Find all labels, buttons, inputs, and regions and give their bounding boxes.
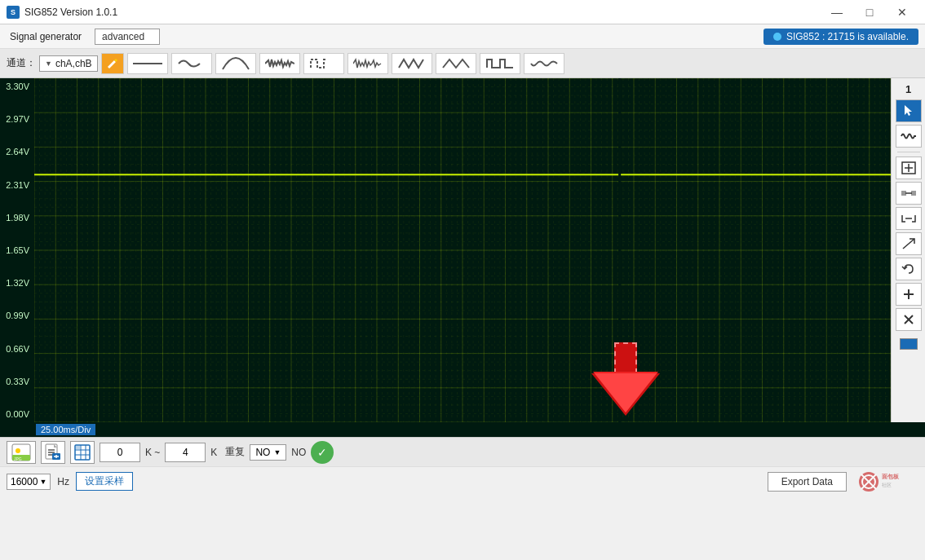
y-label-6: 1.32V — [2, 278, 33, 288]
svg-text:JPG: JPG — [14, 456, 22, 461]
y-label-3: 2.31V — [2, 180, 33, 190]
pen-button[interactable] — [101, 53, 124, 74]
wave-btn-square-dash[interactable] — [303, 53, 344, 74]
time-scale-label: 25.00ms/Div — [36, 424, 95, 435]
status-bar: 16000 ▼ Hz 设置采样 Export Data 面包板 社区 — [0, 466, 925, 496]
right-toolbar: 1 — [891, 78, 925, 422]
confirm-button[interactable]: ✓ — [311, 441, 334, 464]
k2-input[interactable] — [165, 443, 206, 462]
k1-input[interactable] — [100, 443, 140, 462]
y-label-2: 2.64V — [2, 147, 33, 157]
repeat-arrow: ▼ — [273, 448, 281, 456]
zoom-h-btn[interactable] — [896, 207, 922, 230]
wave-btn-multi[interactable] — [392, 53, 432, 74]
arrow-head — [591, 373, 660, 416]
bottom-toolbar: JPG K ~ K 重复 NO ▼ NO — [0, 437, 925, 466]
y-label-7: 0.99V — [2, 311, 33, 320]
zoom-in-btn[interactable] — [896, 182, 922, 205]
hz-label: Hz — [57, 476, 69, 487]
svg-line-2 — [903, 239, 914, 249]
frequency-select[interactable]: 16000 ▼ — [7, 474, 51, 490]
k2-unit-label: K — [210, 447, 217, 458]
wave-btn-triangle[interactable] — [436, 53, 476, 74]
arrow-annotation — [593, 342, 658, 416]
y-label-4: 1.98V — [2, 213, 33, 223]
wave-btn-pulse[interactable] — [480, 53, 520, 74]
wave-btn-arb[interactable] — [524, 53, 564, 74]
svg-point-10 — [15, 448, 20, 453]
title-bar: S SIG852 Version 1.0.1 — □ ✕ — [0, 0, 925, 24]
app-icon: S — [7, 6, 20, 19]
diagonal-btn[interactable] — [896, 232, 922, 255]
channel-dropdown-arrow: ▼ — [45, 60, 52, 68]
menu-bar: Signal generator advanced SIG852 : 21715… — [0, 24, 925, 49]
wave-btn-decay[interactable] — [171, 53, 212, 74]
device-status-dot — [773, 33, 781, 41]
y-label-5: 1.65V — [2, 245, 33, 255]
signal-generator-menu[interactable]: Signal generator — [7, 29, 85, 44]
freq-dropdown-arrow: ▼ — [39, 478, 46, 486]
advanced-input[interactable]: advanced — [95, 29, 160, 45]
maximize-button[interactable]: □ — [853, 0, 886, 24]
minimize-button[interactable]: — — [821, 0, 853, 24]
y-label-9: 0.33V — [2, 377, 33, 386]
y-label-10: 0.00V — [2, 409, 33, 419]
channel-color-indicator — [900, 338, 918, 350]
y-axis: 3.30V 2.97V 2.64V 2.31V 1.98V 1.65V 1.32… — [0, 78, 34, 422]
freq-value: 16000 — [11, 476, 38, 487]
channel-value: chA,chB — [55, 58, 92, 69]
main-area: 3.30V 2.97V 2.64V 2.31V 1.98V 1.65V 1.32… — [0, 78, 925, 437]
watermark: 面包板 社区 — [853, 470, 918, 494]
divider1 — [897, 152, 920, 152]
svg-text:面包板: 面包板 — [882, 474, 900, 479]
time-axis: 25.00ms/Div — [0, 422, 925, 437]
y-label-1: 2.97V — [2, 114, 33, 124]
doc-export-button[interactable] — [41, 441, 65, 464]
set-sample-button[interactable]: 设置采样 — [76, 472, 133, 491]
repeat-value: NO — [255, 447, 270, 458]
y-label-0: 3.30V — [2, 82, 33, 91]
svg-text:社区: 社区 — [882, 483, 892, 487]
plus-btn[interactable] — [896, 283, 922, 306]
export-data-button[interactable]: Export Data — [768, 472, 847, 492]
window-controls: — □ ✕ — [821, 0, 918, 24]
repeat-select[interactable]: NO ▼ — [250, 444, 286, 461]
jpg-export-button[interactable]: JPG — [7, 441, 36, 464]
wave-btn-noise[interactable] — [259, 53, 300, 74]
cursor-btn[interactable] — [896, 99, 922, 122]
arrow-body — [614, 342, 637, 373]
wave-btn-gauss[interactable] — [215, 53, 256, 74]
x-btn[interactable] — [896, 308, 922, 331]
app-title: SIG852 Version 1.0.1 — [24, 7, 117, 18]
waveform-btn[interactable] — [896, 125, 922, 148]
close-button[interactable]: ✕ — [886, 0, 918, 24]
device-info-text: SIG852 : 21715 is available. — [786, 31, 909, 42]
toolbar: 通道： ▼ chA,chB — [0, 49, 925, 78]
oscilloscope-canvas — [34, 78, 891, 422]
device-info: SIG852 : 21715 is available. — [763, 29, 918, 45]
undo-btn[interactable] — [896, 258, 922, 280]
k1-unit-label: K ~ — [145, 447, 160, 458]
wave-btn-line[interactable] — [127, 53, 168, 74]
svg-rect-23 — [76, 446, 80, 449]
table-export-button[interactable] — [70, 441, 95, 464]
zoom-fit-btn[interactable] — [896, 157, 922, 179]
y-label-8: 0.66V — [2, 344, 33, 354]
scope-view[interactable] — [34, 78, 891, 422]
channel-select[interactable]: ▼ chA,chB — [39, 55, 98, 72]
wave-btn-noise2[interactable] — [347, 53, 388, 74]
channel-label: 通道： — [7, 56, 36, 70]
repeat-label: 重复 — [225, 445, 245, 459]
right-toolbar-number: 1 — [905, 83, 911, 95]
no-label: NO — [291, 447, 306, 458]
